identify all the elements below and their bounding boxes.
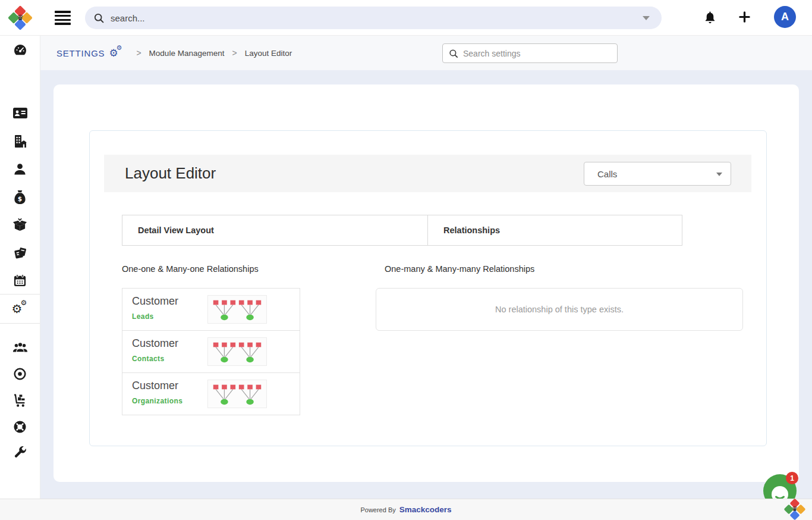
chevron-down-icon <box>716 173 722 176</box>
hamburger-menu-icon[interactable] <box>55 11 71 25</box>
sidebar-item-products[interactable] <box>0 211 40 239</box>
cart-icon <box>12 393 27 408</box>
relationship-card-contacts[interactable]: Customer Contacts <box>122 330 300 373</box>
sidebar-item-dashboard[interactable] <box>0 36 40 64</box>
search-dropdown-caret-icon[interactable] <box>643 16 650 20</box>
module-select-value: Calls <box>597 169 617 179</box>
relationship-module: Customer <box>132 380 178 392</box>
relationship-related: Organizations <box>132 397 182 405</box>
tab-relationships[interactable]: Relationships <box>428 215 682 245</box>
svg-text:$: $ <box>18 195 22 202</box>
breadcrumb: SETTINGS ⚙⚙ > Module Management > Layout… <box>56 36 292 70</box>
app-logo[interactable]: ♛ <box>0 0 40 36</box>
products-box-icon <box>12 218 27 232</box>
relationship-diagram-icon <box>207 295 267 324</box>
empty-message: No relationship of this type exists. <box>495 305 624 314</box>
user-avatar[interactable]: A <box>774 6 796 28</box>
contacts-card-icon <box>12 106 28 120</box>
team-icon <box>12 341 28 354</box>
empty-relationships-box: No relationship of this type exists. <box>376 288 743 331</box>
relationship-related: Contacts <box>132 355 165 363</box>
logo-crown-glyph: ♛ <box>785 499 805 519</box>
sidebar-item-invoices[interactable] <box>0 239 40 266</box>
sidebar-item-targets[interactable] <box>0 360 40 387</box>
breadcrumb-module-management[interactable]: Module Management <box>149 49 225 58</box>
calendar-icon <box>13 274 27 287</box>
module-select[interactable]: Calls <box>584 162 731 186</box>
app-logo-icon: ♛ <box>9 7 32 29</box>
dashboard-icon <box>13 43 27 57</box>
breadcrumb-settings-link[interactable]: SETTINGS <box>56 48 105 58</box>
relationship-related: Leads <box>132 312 154 321</box>
app-window: ♛ A <box>0 0 812 520</box>
sidebar-item-purchases[interactable] <box>0 387 40 414</box>
sidebar-item-contacts[interactable] <box>0 99 40 127</box>
section-title-one-many: One-many & Many-many Relationships <box>385 264 534 274</box>
layout-tabs: Detail View Layout Relationships <box>122 215 682 246</box>
sidebar-item-tools[interactable] <box>0 438 40 466</box>
settings-search-box[interactable] <box>442 43 618 63</box>
sidebar-item-calendar[interactable] <box>0 267 40 294</box>
avatar-initial: A <box>781 11 789 23</box>
smackcoders-link[interactable]: Smackcoders <box>399 505 452 514</box>
support-lifebuoy-icon <box>13 420 27 434</box>
money-bag-icon: $ <box>14 190 26 205</box>
relationship-card-organizations[interactable]: Customer Organizations <box>122 372 300 415</box>
powered-by-text: Powered By <box>360 506 395 513</box>
footer-logo-icon: ♛ <box>785 499 805 519</box>
footer: Powered By Smackcoders <box>0 499 812 520</box>
global-search-bar[interactable] <box>85 7 662 29</box>
organizations-icon <box>13 134 27 148</box>
sidebar-item-users[interactable] <box>0 334 40 361</box>
breadcrumb-layout-editor: Layout Editor <box>245 49 292 58</box>
breadcrumb-bar: SETTINGS ⚙⚙ > Module Management > Layout… <box>40 36 812 70</box>
notifications-bell-icon[interactable] <box>704 11 716 27</box>
sidebar-item-support[interactable] <box>0 413 40 440</box>
section-title-one-one: One-one & Many-one Relationships <box>122 264 259 274</box>
relationship-diagram-icon <box>207 380 267 408</box>
relationship-diagram-icon <box>207 337 267 366</box>
quick-create-plus-icon[interactable] <box>738 11 751 26</box>
relationship-module: Customer <box>132 295 178 308</box>
search-icon <box>93 12 105 24</box>
chat-unread-badge: 1 <box>786 472 798 484</box>
relationship-card-list: Customer Leads Customer Contacts <box>122 288 300 415</box>
breadcrumb-separator-icon: > <box>136 48 141 58</box>
relationship-card-leads[interactable]: Customer Leads <box>122 288 300 331</box>
sidebar-item-leads[interactable] <box>0 155 40 183</box>
sidebar-item-settings[interactable]: ⚙⚙ <box>0 294 40 324</box>
relationship-module: Customer <box>132 337 178 350</box>
topbar: ♛ A <box>0 0 812 36</box>
settings-search-input[interactable] <box>463 49 611 58</box>
tab-detail-view-layout[interactable]: Detail View Layout <box>122 215 428 245</box>
target-icon <box>13 367 27 381</box>
global-search-input[interactable] <box>111 13 638 23</box>
settings-gears-icon: ⚙⚙ <box>109 46 123 59</box>
tools-wrench-icon <box>13 446 27 459</box>
sidebar-item-opportunities[interactable]: $ <box>0 183 40 211</box>
search-icon <box>449 49 458 58</box>
page-title: Layout Editor <box>125 155 216 192</box>
logo-crown-glyph: ♛ <box>9 7 32 29</box>
breadcrumb-separator-icon: > <box>232 48 237 58</box>
tickets-icon <box>12 246 27 259</box>
sidebar: $ <box>0 36 40 499</box>
card-header: Layout Editor Calls <box>104 155 751 192</box>
person-icon <box>13 162 27 176</box>
settings-gears-icon: ⚙⚙ <box>12 302 29 316</box>
sidebar-item-organizations[interactable] <box>0 127 40 155</box>
